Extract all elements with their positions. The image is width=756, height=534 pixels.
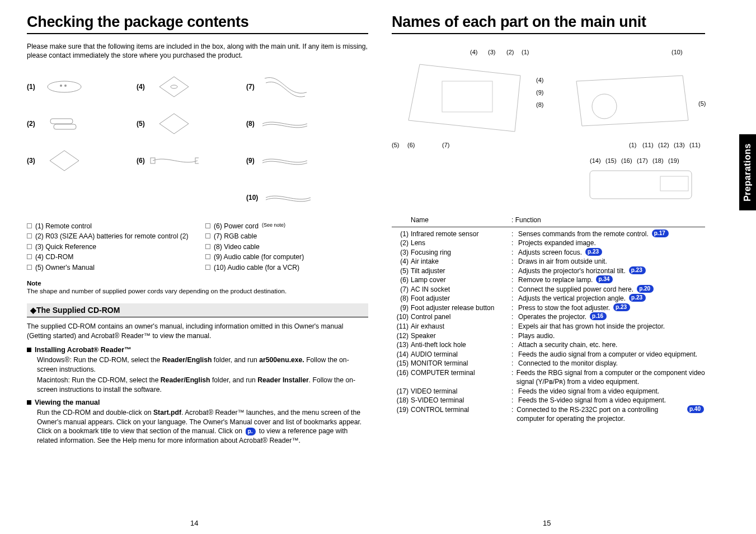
projector-bottom-illustration-icon: [397, 59, 537, 143]
callout: (4): [470, 49, 477, 55]
part-name: Focusing ring: [411, 248, 511, 257]
item-number: (2): [27, 120, 35, 128]
part-function: :Press to stow the foot adjuster. p.23: [511, 303, 705, 313]
table-row: (2)Lens:Projects expanded image.: [392, 238, 705, 248]
part-function: :Expels air that has grown hot inside th…: [511, 322, 705, 331]
part-number: (1): [392, 229, 411, 239]
page-title: Checking the package contents: [27, 13, 368, 34]
checklist-label: (4) CD-ROM: [35, 252, 73, 261]
item-number: (5): [137, 120, 145, 128]
install-mac-paragraph: Macintosh: Run the CD-ROM, select the Re…: [37, 376, 368, 394]
callout: (5): [392, 142, 399, 148]
col-function: : Function: [511, 216, 705, 225]
part-function: :Connect the supplied power cord here. p…: [511, 285, 705, 294]
callout: (11): [689, 142, 701, 148]
part-number: (18): [392, 396, 411, 405]
checklist-label: (7) RGB cable: [214, 232, 257, 241]
checklist-item: (10) Audio cable (for a VCR): [205, 263, 368, 272]
callout: (16): [621, 157, 632, 164]
pageref-icon: p.17: [652, 229, 669, 237]
cdrom-illustration-icon: [149, 72, 199, 101]
remote-illustration-icon: [40, 72, 89, 101]
item-number: (7): [246, 83, 255, 91]
part-number: (15): [392, 359, 411, 368]
part-number: (17): [392, 387, 411, 396]
callout: (1): [629, 142, 636, 148]
manual-illustration-icon: [149, 109, 199, 138]
svg-marker-3: [159, 77, 189, 97]
checklist-label: (3) Quick Reference: [35, 242, 96, 251]
checklist: (1) Remote control(2) R03 (SIZE AAA) bat…: [27, 222, 368, 273]
checklist-label: (6) Power cord: [214, 222, 259, 231]
part-function: :Adjusts screen focus. p.23: [511, 248, 705, 257]
item-number: (3): [27, 157, 35, 165]
part-number: (4): [392, 257, 411, 266]
pageref-icon: p.23: [613, 303, 630, 311]
checklist-item: (2) R03 (SIZE AAA) batteries for remote …: [27, 232, 190, 241]
part-number: (8): [392, 294, 411, 303]
note-heading: Note: [27, 280, 368, 287]
part-function: :Connected to the RS-232C port on a cont…: [511, 405, 705, 424]
list-item: (6): [137, 142, 243, 179]
part-function: :Feeds the RBG signal from a computer or…: [511, 368, 705, 387]
svg-marker-8: [50, 151, 79, 171]
callout: (3): [488, 49, 495, 55]
part-function: :Adjusts the vertical projection angle. …: [511, 294, 705, 303]
table-row: (17)VIDEO terminal:Feeds the video signa…: [392, 387, 705, 396]
svg-rect-5: [50, 119, 73, 124]
table-row: (6)Lamp cover:Remove to replace lamp. p.…: [392, 275, 705, 285]
checklist-item: (4) CD-ROM: [27, 252, 190, 261]
projector-front-illustration-icon: [571, 59, 694, 137]
table-row: (15)MONITOR terminal:Connected to the mo…: [392, 359, 705, 368]
part-number: (11): [392, 322, 411, 331]
callout: (13): [674, 142, 685, 148]
table-row: (19)CONTROL terminal:Connected to the RS…: [392, 405, 705, 424]
callout: (17): [637, 157, 648, 164]
svg-point-4: [171, 85, 177, 88]
page-number: 14: [190, 519, 198, 527]
callout: (11): [642, 142, 654, 148]
checkbox-icon: [27, 244, 32, 249]
cable-illustration-icon: [259, 72, 308, 101]
list-item: (1): [27, 68, 133, 105]
list-item: (5): [137, 105, 243, 142]
checkbox-icon: [205, 265, 210, 270]
checklist-item: (6) Power cord (See note): [205, 222, 368, 231]
viewing-paragraph: Run the CD-ROM and double-click on Start…: [37, 408, 368, 445]
part-function: :Draws in air from outside unit.: [511, 257, 705, 266]
list-item: (3): [27, 142, 133, 179]
section-heading-cdrom: ◆The Supplied CD-ROM: [27, 303, 368, 317]
part-name: Foot adjuster: [411, 294, 511, 303]
table-row: (4)Air intake:Draws in air from outside …: [392, 257, 705, 266]
callout: (15): [605, 157, 617, 164]
checklist-right-col: (6) Power cord (See note)(7) RGB cable(8…: [205, 222, 368, 273]
part-name: Air exhaust: [411, 322, 511, 331]
part-function: :Feeds the S-video signal from a video e…: [511, 396, 705, 405]
item-number: (9): [246, 157, 255, 165]
table-row: (18)S-VIDEO terminal:Feeds the S-video s…: [392, 396, 705, 405]
pageref-icon: p.20: [637, 285, 654, 293]
svg-point-14: [592, 94, 617, 119]
page-right: Names of each part on the main unit (4) …: [392, 13, 705, 512]
item-number: (8): [246, 120, 255, 128]
part-name: Foot adjuster release button: [411, 303, 511, 313]
part-function: :Attach a security chain, etc. here.: [511, 340, 705, 350]
item-number: (6): [137, 157, 145, 165]
part-number: (5): [392, 266, 411, 276]
table-row: (10)Control panel:Operates the projector…: [392, 312, 705, 322]
col-name: Name: [411, 216, 511, 225]
part-name: Lamp cover: [411, 275, 511, 285]
table-row: (12)Speaker:Plays audio.: [392, 331, 705, 341]
cable-illustration-icon: [259, 109, 308, 138]
part-function: :Feeds the audio signal from a computer …: [511, 350, 705, 359]
callout: (14): [590, 157, 601, 164]
checkbox-icon: [205, 223, 210, 228]
section-tab: Preparations: [739, 134, 756, 210]
install-windows-paragraph: Windows®: Run the CD-ROM, select the Rea…: [37, 355, 368, 374]
part-number: (10): [392, 312, 411, 322]
checkbox-icon: [27, 254, 32, 259]
table-row: (7)AC IN socket:Connect the supplied pow…: [392, 285, 705, 294]
checkbox-icon: [27, 223, 32, 228]
note-text: The shape and number of supplied power c…: [27, 288, 368, 294]
part-function: :Senses commands from the remote control…: [511, 229, 705, 239]
